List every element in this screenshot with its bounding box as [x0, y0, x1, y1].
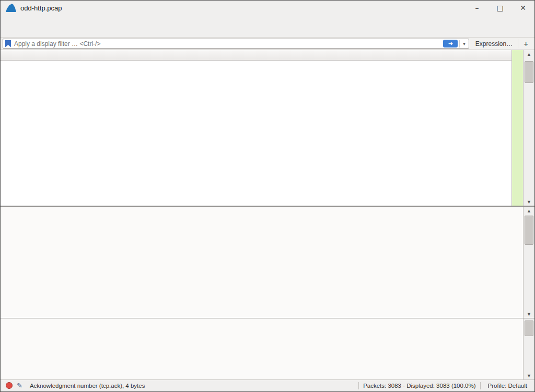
scroll-down-icon[interactable]: ▼ — [527, 372, 531, 379]
scrollbar-thumb[interactable] — [525, 61, 533, 83]
scrollbar-thumb[interactable] — [525, 320, 533, 336]
scrollbar-thumb[interactable] — [525, 216, 533, 245]
add-filter-button[interactable]: + — [518, 39, 531, 48]
bytes-scrollbar[interactable]: ▼ — [523, 318, 534, 379]
capture-comment-icon[interactable]: ✎ — [17, 382, 22, 389]
menu-bar — [1, 15, 534, 25]
packet-details-pane: ▲ ▼ — [1, 207, 534, 318]
scroll-up-icon[interactable]: ▲ — [527, 207, 531, 215]
wireshark-logo-icon — [6, 4, 16, 12]
packet-counts: Packets: 3083 · Displayed: 3083 (100.0%) — [363, 383, 475, 389]
maximize-button[interactable]: □ — [489, 1, 511, 15]
display-filter-input[interactable] — [14, 40, 443, 47]
title-bar: odd-http.pcap – □ ✕ — [1, 1, 534, 15]
filter-bookmark-icon[interactable] — [5, 40, 11, 47]
filter-dropdown-caret[interactable]: ▾ — [459, 40, 469, 47]
display-filter-box[interactable]: ➜ ▾ — [3, 39, 469, 49]
packet-minimap[interactable] — [511, 50, 523, 206]
minimize-button[interactable]: – — [466, 1, 489, 15]
close-button[interactable]: ✕ — [511, 1, 534, 15]
status-bar: ✎ Acknowledgment number (tcp.ack), 4 byt… — [1, 379, 534, 391]
filter-bar: ➜ ▾ Expression… + — [1, 38, 534, 50]
expression-button[interactable]: Expression… — [469, 40, 518, 47]
scroll-down-icon[interactable]: ▼ — [527, 198, 531, 206]
scroll-up-icon[interactable]: ▲ — [527, 50, 531, 58]
apply-filter-button[interactable]: ➜ — [443, 40, 458, 47]
selected-field-status: Acknowledgment number (tcp.ack), 4 bytes — [30, 383, 145, 389]
wireshark-window: odd-http.pcap – □ ✕ ➜ ▾ Expression… + — [0, 0, 535, 392]
details-scrollbar[interactable]: ▲ ▼ — [523, 207, 534, 318]
scroll-down-icon[interactable]: ▼ — [527, 310, 531, 318]
packet-list-rows — [1, 61, 511, 206]
packet-list-pane: ▲ ▼ — [1, 50, 534, 207]
window-title: odd-http.pcap — [20, 4, 62, 12]
profile-status[interactable]: Profile: Default — [485, 383, 534, 389]
packet-list-scrollbar[interactable]: ▲ ▼ — [523, 50, 534, 206]
expert-info-icon[interactable] — [6, 382, 13, 389]
packet-list-header — [1, 50, 511, 61]
main-toolbar — [1, 25, 534, 38]
packet-bytes-pane: ▼ — [1, 318, 534, 379]
